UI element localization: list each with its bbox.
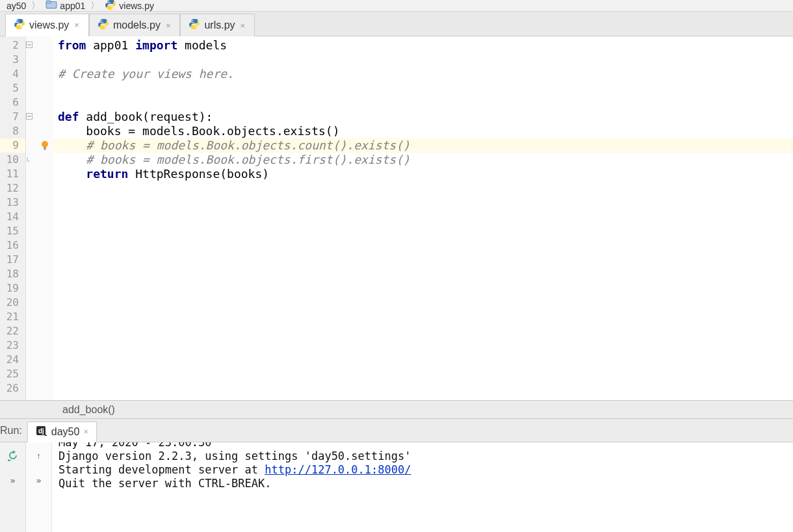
console-output[interactable]: May 17, 2020 - 23:00:30Django version 2.… [52,442,793,532]
breadcrumb-item[interactable]: app01 [42,0,89,12]
up-button[interactable]: ↑ [32,449,46,462]
breadcrumb-label: app01 [60,1,85,11]
line-number: 12 [0,181,25,196]
tab-views-py[interactable]: views.py × [5,14,89,36]
tab-models-py[interactable]: models.py × [89,14,181,36]
close-icon[interactable]: × [239,21,247,31]
rerun-button[interactable] [6,449,20,462]
console-line: Starting development server at http://12… [58,463,786,477]
code-line[interactable]: def add_book(request): [58,110,793,124]
fold-toggle-icon[interactable] [26,113,34,121]
line-number: 11 [0,167,25,181]
close-icon[interactable]: × [164,21,172,31]
code-line[interactable]: # books = models.Book.objects.first().ex… [58,153,793,167]
line-number: 21 [0,310,25,324]
code-line[interactable] [58,310,793,324]
line-number: 13 [0,196,25,210]
editor-breadcrumb[interactable]: add_book() [0,401,793,419]
code-line[interactable] [58,224,793,238]
svg-point-5 [21,27,22,28]
more-button[interactable]: » [6,474,20,487]
svg-rect-1 [46,1,51,3]
tab-label: views.py [29,19,69,31]
chevron-right-icon: 〉 [89,0,101,12]
line-number: 9 [0,138,25,153]
code-line[interactable] [58,81,793,95]
code-line[interactable]: return HttpResponse(books) [58,167,793,181]
code-line[interactable] [58,281,793,296]
line-number: 20 [0,296,25,310]
console-link[interactable]: http://127.0.0.1:8000/ [265,463,411,476]
code-line[interactable] [58,253,793,267]
close-icon[interactable]: × [83,427,88,437]
chevron-right-icon: 〉 [30,0,42,12]
more-button[interactable]: » [32,474,46,487]
line-number: 10 [0,153,25,167]
python-icon [188,18,200,32]
line-number: 24 [0,353,25,367]
run-tool-body: » ↑ » May 17, 2020 - 23:00:30Django vers… [0,442,793,532]
code-line[interactable] [58,338,793,353]
dj-icon: dj [36,425,47,439]
python-icon [105,0,116,12]
run-side-toolbar-1: » [0,442,26,532]
code-line[interactable] [58,210,793,224]
code-line[interactable] [58,95,793,110]
line-number: 2 [0,38,25,53]
code-line[interactable] [58,267,793,281]
svg-rect-16 [44,149,46,150]
breadcrumb-item[interactable]: ay50 [3,1,30,11]
marker-strip [26,36,53,400]
code-line[interactable] [58,381,793,396]
code-line[interactable]: books = models.Book.objects.exists() [58,124,793,138]
code-line[interactable] [58,353,793,367]
code-line[interactable] [58,367,793,381]
editor-tabs: views.py × models.py × urls.py × [0,12,793,36]
breadcrumb-item[interactable]: views.py [101,0,158,12]
line-number: 7 [0,110,25,124]
line-number-gutter: 2345678910111213141516171819202122232425… [0,36,26,400]
python-icon [98,18,109,32]
run-config-tab[interactable]: dj day50 × [27,422,97,442]
code-line[interactable] [58,324,793,338]
fold-toggle-icon[interactable] [26,42,34,49]
fold-end-icon [26,156,34,164]
run-label: Run: [0,425,27,437]
svg-point-14 [42,141,48,147]
svg-point-9 [196,27,197,29]
close-icon[interactable]: × [73,20,81,30]
breadcrumb-label: ay50 [6,1,26,11]
code-line[interactable] [58,238,793,253]
svg-point-3 [112,8,113,9]
svg-point-6 [101,19,102,21]
run-side-toolbar-2: ↑ » [26,442,52,532]
breadcrumb-label: views.py [119,1,154,11]
console-line: Django version 2.2.3, using settings 'da… [58,450,786,463]
lightbulb-icon[interactable] [39,140,51,151]
line-number: 4 [0,67,25,81]
line-number: 19 [0,281,25,296]
tab-urls-py[interactable]: urls.py × [180,14,255,36]
code-line[interactable]: from app01 import models [58,38,793,53]
tab-label: urls.py [204,19,235,31]
code-line[interactable]: # Create your views here. [58,67,793,81]
breadcrumb: ay50 〉 app01 〉 views.py [0,0,793,12]
console-line: May 17, 2020 - 23:00:30 [58,442,786,450]
svg-point-8 [192,19,194,21]
line-number: 15 [0,224,25,238]
code-line[interactable] [58,196,793,210]
line-number: 17 [0,253,25,267]
svg-point-2 [109,0,110,1]
code-editor[interactable]: 2345678910111213141516171819202122232425… [0,36,793,401]
console-line: Quit the server with CTRL-BREAK. [58,477,786,490]
tab-label: models.py [113,19,161,31]
python-icon [14,18,25,32]
code-line[interactable] [58,181,793,196]
code-line[interactable] [58,296,793,310]
code-line[interactable] [58,53,793,67]
folder-icon [46,0,57,12]
svg-rect-15 [44,147,46,149]
line-number: 3 [0,53,25,67]
code-pane[interactable]: from app01 import models# Create your vi… [53,36,793,400]
run-config-name: day50 [51,426,80,438]
